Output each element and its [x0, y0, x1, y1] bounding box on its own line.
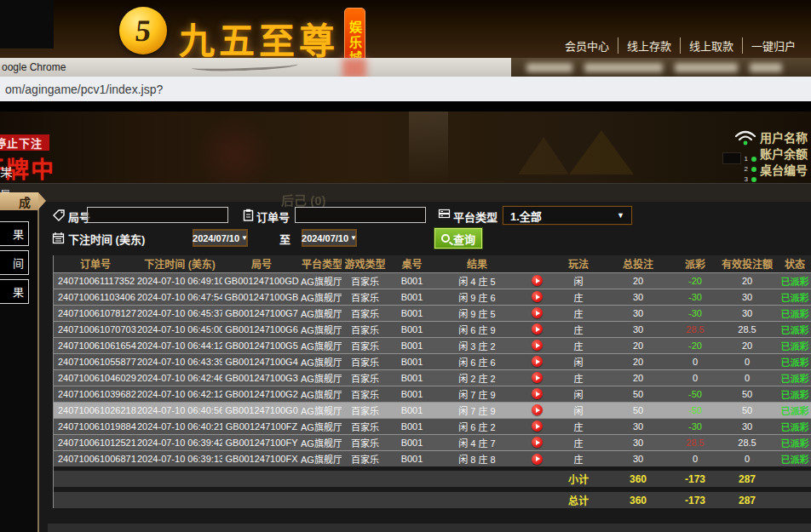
total-bet-value: 360 — [602, 471, 674, 487]
cell-result: 闲 4 庄 7 — [435, 434, 519, 450]
query-button[interactable]: 查询 — [434, 228, 482, 249]
cell-platform: AG旗舰厅 — [301, 369, 342, 386]
table-row[interactable]: 2407100610460292024-07-10 06:42:46GB0012… — [54, 369, 811, 386]
cell-round: GB001247100FY — [222, 434, 301, 450]
table-row[interactable]: 2407100610125212024-07-10 06:39:42GB0012… — [54, 434, 811, 450]
cell-result: 闲 9 庄 6 — [435, 289, 519, 305]
cell-status: 已派彩 — [778, 272, 811, 289]
cell-play[interactable] — [519, 418, 555, 434]
cell-play[interactable] — [519, 369, 555, 386]
table-row[interactable]: 2407100610068712024-07-10 06:39:13GB0012… — [54, 450, 811, 466]
calendar-icon — [52, 232, 65, 244]
cell-time: 2024-07-10 06:40:56 — [137, 402, 222, 418]
play-video-icon[interactable] — [532, 307, 543, 318]
cell-platform: AG旗舰厅 — [301, 289, 342, 305]
cell-bet-on: 庄 — [555, 450, 602, 466]
cell-play[interactable] — [519, 289, 555, 305]
cell-game: 百家乐 — [342, 321, 388, 337]
cell-status: 已派彩 — [778, 289, 811, 305]
cell-play[interactable] — [519, 305, 555, 321]
cell-round: GB001247100GD — [222, 272, 301, 289]
grandtotal-row: 总计360-173287 — [54, 492, 811, 508]
table-header-row: 订单号下注时间 (美东)局号平台类型游戏类型桌号结果玩法总投注派彩有效投注额状态 — [54, 255, 811, 272]
cell-payout: 0 — [674, 450, 716, 466]
nav-member-center[interactable]: 会员中心 — [556, 37, 618, 54]
cell-play[interactable] — [519, 450, 555, 466]
url-text: om/agingame/pcv1/index.jsp? — [5, 83, 163, 96]
cell-time: 2024-07-10 06:42:46 — [137, 369, 222, 386]
date-from-picker[interactable]: 2024/07/10 ▼ — [193, 229, 248, 247]
table-row[interactable]: 2407100610707032024-07-10 06:45:00GB0012… — [54, 321, 811, 337]
play-video-icon[interactable] — [532, 275, 543, 286]
table-row[interactable]: 2407100610198842024-07-10 06:40:21GB0012… — [54, 418, 811, 434]
order-id-input[interactable] — [295, 207, 426, 223]
cell-status: 已派彩 — [778, 402, 811, 418]
sidebar-item[interactable]: 果 — [0, 279, 29, 304]
cell-table: B001 — [388, 418, 435, 434]
play-video-icon[interactable] — [532, 454, 543, 465]
play-video-icon[interactable] — [532, 404, 543, 415]
cell-total: 30 — [602, 434, 674, 450]
table-row[interactable]: 2407100610558772024-07-10 06:43:39GB0012… — [54, 353, 811, 369]
round-id-input[interactable] — [87, 207, 228, 223]
play-video-icon[interactable] — [532, 388, 543, 399]
url-bar[interactable]: om/agingame/pcv1/index.jsp? — [0, 77, 811, 101]
nav-online-withdraw[interactable]: 线上取款 — [681, 37, 743, 54]
cell-table: B001 — [388, 353, 435, 369]
sidebar-item[interactable]: 果 — [0, 221, 29, 246]
backdrop-pyramid — [569, 130, 634, 174]
cell-game: 百家乐 — [342, 272, 388, 289]
nav-online-deposit[interactable]: 线上存款 — [618, 37, 681, 54]
cell-play[interactable] — [519, 272, 555, 289]
cell-round: GB001247100G2 — [222, 386, 301, 402]
cell-round: GB001247100G5 — [222, 337, 301, 353]
table-row[interactable]: 2407100610396822024-07-10 06:42:12GB0012… — [54, 386, 811, 402]
play-video-icon[interactable] — [532, 372, 543, 383]
sidebar-item-selected[interactable]: 成 — [0, 192, 38, 210]
play-video-icon[interactable] — [532, 291, 543, 302]
cell-play[interactable] — [519, 386, 555, 402]
platform-list-icon — [438, 209, 451, 221]
cell-game: 百家乐 — [342, 369, 388, 386]
cell-play[interactable] — [519, 321, 555, 337]
cell-play[interactable] — [519, 434, 555, 450]
cell-game: 百家乐 — [342, 450, 388, 466]
play-video-icon[interactable] — [532, 420, 543, 432]
cell-order: 240710061019884 — [54, 418, 137, 434]
play-video-icon[interactable] — [532, 340, 543, 351]
cell-table: B001 — [388, 386, 435, 402]
cell-result: 闲 3 庄 2 — [435, 337, 519, 353]
sidebar-item[interactable]: 间 — [0, 250, 29, 275]
cell-result: 闲 2 庄 2 — [435, 369, 519, 386]
platform-type-select[interactable]: 1.全部 ▼ — [503, 206, 632, 225]
cell-total: 30 — [602, 450, 674, 466]
total-payout-value: -173 — [674, 471, 716, 487]
cell-play[interactable] — [519, 337, 555, 353]
total-empty-cell — [54, 471, 137, 487]
cell-play[interactable] — [519, 402, 555, 418]
table-row[interactable]: 2407100611173522024-07-10 06:49:10GB0012… — [54, 272, 811, 289]
cell-game: 百家乐 — [342, 402, 388, 418]
marker-dot-icon — [751, 167, 756, 172]
cell-play[interactable] — [519, 353, 555, 369]
brand-logo-icon[interactable]: 5 — [119, 7, 167, 54]
table-row[interactable]: 2407100611034062024-07-10 06:47:54GB0012… — [54, 289, 811, 305]
nav-one-key-transfer[interactable]: 一键归户 — [743, 37, 804, 54]
live-video-strip: 停止下注 开牌中 1 2 3 用户名称 账户余额 桌台编号 — [0, 112, 811, 183]
play-video-icon[interactable] — [532, 356, 543, 367]
table-row[interactable]: 2407100610262182024-07-10 06:40:56GB0012… — [54, 402, 811, 418]
date-to-picker[interactable]: 2024/07/10 ▼ — [302, 229, 357, 247]
table-row[interactable]: 2407100610616542024-07-10 06:44:12GB0012… — [54, 337, 811, 353]
cell-total: 20 — [602, 337, 674, 353]
total-empty-cell — [435, 492, 519, 508]
play-video-icon[interactable] — [532, 437, 543, 448]
cell-time: 2024-07-10 06:45:37 — [137, 305, 222, 321]
cell-bet-on: 庄 — [555, 369, 602, 386]
date-to-value: 2024/07/10 — [302, 233, 348, 243]
cell-total: 30 — [602, 321, 674, 337]
cell-order: 240710061078127 — [54, 305, 137, 321]
table-row[interactable]: 2407100610781272024-07-10 06:45:37GB0012… — [54, 305, 811, 321]
total-label: 总计 — [555, 492, 602, 508]
cell-bet-on: 闲 — [555, 402, 602, 418]
play-video-icon[interactable] — [532, 323, 543, 335]
